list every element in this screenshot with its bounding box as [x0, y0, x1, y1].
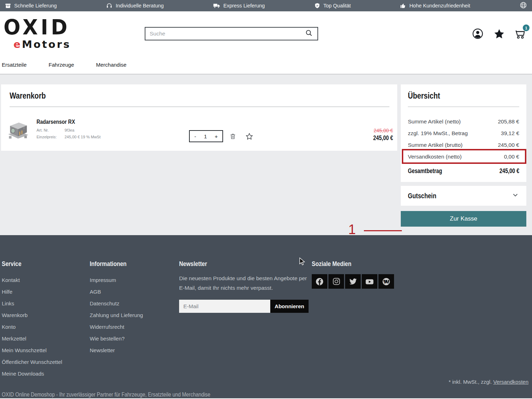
summary-row: Summe Artikel (netto)205,88 €: [408, 116, 519, 127]
usp-label: Schnelle Lieferung: [14, 3, 57, 9]
shop-logo[interactable]: OXID eMotors: [4, 16, 71, 50]
summary-panel: Übersicht Summe Artikel (netto)205,88 €z…: [401, 84, 526, 182]
cart-panel: Warenkorb: [1, 84, 397, 151]
usp-label: Individuelle Beratung: [116, 3, 164, 9]
newsletter-form: Abonnieren: [179, 300, 312, 313]
account-icon[interactable]: [472, 28, 484, 40]
cart-divider: [10, 106, 389, 107]
social-title: Soziale Medien: [312, 260, 351, 268]
usp-topbar: Schnelle LieferungIndividuelle BeratungE…: [0, 0, 532, 11]
search-icon[interactable]: [305, 29, 313, 39]
footer-link[interactable]: AGB: [90, 286, 179, 298]
chevron-down-icon: [511, 191, 519, 200]
summary-divider: [408, 106, 519, 107]
voucher-title: Gutschein: [408, 192, 436, 200]
summary-row-value: 39,12 €: [501, 130, 519, 137]
total-label: Gesamtbetrag: [408, 167, 442, 175]
footer-tagline: OXID Online Demoshop - Ihr zuverlässiger…: [2, 391, 256, 398]
footer-link[interactable]: Widerrufsrecht: [90, 321, 179, 333]
main-nav: ErsatzteileFahrzeugeMerchandise: [2, 62, 127, 68]
footer-link[interactable]: Merkzettel: [2, 333, 90, 344]
footer-link[interactable]: Warenkorb: [2, 309, 90, 321]
cart-item-row: Radarsensor RX Art. Nr. 9f3ea Einzelprei…: [6, 118, 393, 142]
footer: ServiceKontaktHilfeLinksWarenkorbKontoMe…: [0, 235, 532, 398]
summary-column: Übersicht Summe Artikel (netto)205,88 €z…: [401, 84, 526, 227]
quantity-increase-button[interactable]: +: [215, 133, 218, 139]
quantity-stepper: - 1 +: [189, 130, 223, 142]
shipping-costs-link[interactable]: Versandkosten: [493, 379, 528, 385]
footer-link[interactable]: Newsletter: [90, 344, 179, 356]
footer-link[interactable]: Kontakt: [2, 274, 90, 286]
product-details: Radarsensor RX Art. Nr. 9f3ea Einzelprei…: [37, 118, 189, 139]
mouse-cursor-icon: [299, 257, 307, 267]
newsletter-text: Die neuesten Produkte und die besten Ang…: [179, 273, 307, 293]
logo-text-oxid: OXID: [4, 16, 71, 39]
twitter-icon[interactable]: [345, 274, 361, 289]
headset-icon: [106, 2, 112, 9]
header-icons: 1: [472, 28, 526, 40]
package-icon: [5, 3, 11, 9]
summary-row-value: 205,88 €: [498, 118, 519, 125]
wordpress-icon[interactable]: W: [378, 274, 394, 289]
footer-link[interactable]: Zahlung und Lieferung: [90, 309, 179, 321]
cart-count-badge: 1: [523, 24, 530, 31]
cart-icon[interactable]: 1: [514, 28, 526, 40]
newsletter-email-input[interactable]: [179, 300, 270, 313]
item-old-price: 245,00 €: [369, 128, 393, 133]
summary-rows: Summe Artikel (netto)205,88 €zzgl. 19% M…: [408, 116, 519, 162]
usp-item-4: Hohe Kundenzufriedenheit: [400, 2, 470, 9]
youtube-icon[interactable]: [362, 274, 377, 289]
footer-link[interactable]: Öffentlicher Wunschzettel: [2, 356, 90, 368]
remove-item-trash-icon[interactable]: [229, 133, 236, 141]
usp-label: Hohe Kundenzufriedenheit: [409, 3, 470, 9]
footer-column-informationen: InformationenImpressumAGBDatenschutzZahl…: [90, 260, 179, 398]
header: OXID eMotors 1 ErsatzteileFahrzeugeMerch…: [0, 11, 532, 74]
shield-check-icon: [314, 2, 320, 9]
product-artnr: Art. Nr. 9f3ea: [37, 128, 189, 132]
product-title[interactable]: Radarsensor RX: [37, 118, 75, 126]
summary-row: Summe Artikel (brutto)245,00 €: [408, 139, 519, 151]
thumbs-up-icon: [400, 2, 406, 9]
product-unit-price: Einzelpreis: 245,00 € 19 % MwSt: [37, 135, 189, 139]
footer-link[interactable]: Datenschutz: [90, 298, 179, 309]
nav-item-ersatzteile[interactable]: Ersatzteile: [2, 62, 27, 68]
footer-link[interactable]: Impressum: [90, 274, 179, 286]
voucher-accordion[interactable]: Gutschein: [401, 186, 526, 206]
footer-link[interactable]: Konto: [2, 321, 90, 333]
summary-row: zzgl. 19% MwSt., Betrag39,12 €: [408, 127, 519, 139]
footer-link[interactable]: Wie bestellen?: [90, 333, 179, 344]
product-image[interactable]: [6, 118, 30, 141]
item-price: 245,00 €: [373, 134, 393, 142]
quantity-decrease-button[interactable]: -: [194, 133, 196, 139]
summary-title: Übersicht: [408, 91, 440, 101]
footer-link[interactable]: Meine Downloads: [2, 368, 90, 379]
quantity-value[interactable]: 1: [204, 133, 207, 139]
footer-link[interactable]: Hilfe: [2, 286, 90, 298]
newsletter-subscribe-button[interactable]: Abonnieren: [270, 300, 309, 313]
search-input[interactable]: [150, 31, 305, 37]
facebook-icon[interactable]: [312, 274, 327, 289]
nav-item-merchandise[interactable]: Merchandise: [96, 62, 127, 68]
truck-icon: [213, 3, 220, 9]
summary-row-value: 0,00 €: [504, 154, 519, 160]
nav-item-fahrzeuge[interactable]: Fahrzeuge: [49, 62, 74, 68]
main-content: Warenkorb: [0, 74, 532, 235]
cart-page: Schnelle LieferungIndividuelle BeratungE…: [0, 0, 532, 399]
footer-social: Soziale Medien W: [312, 260, 394, 398]
summary-row-label: Versandkosten (netto): [408, 154, 462, 160]
footer-column-title: Informationen: [90, 260, 127, 268]
add-to-wishlist-star-icon[interactable]: [245, 133, 253, 142]
footer-link[interactable]: Links: [2, 298, 90, 309]
logo-text-emotors: eMotors: [13, 38, 71, 50]
globe-icon[interactable]: [520, 1, 527, 10]
usp-item-3: Top Qualität: [314, 2, 351, 9]
cart-title: Warenkorb: [10, 91, 46, 101]
checkout-button[interactable]: Zur Kasse: [401, 211, 526, 227]
summary-row-label: Summe Artikel (netto): [408, 118, 461, 125]
tax-note: * inkl. MwSt., zzgl. Versandkosten: [449, 379, 528, 385]
footer-link[interactable]: Mein Wunschzettel: [2, 344, 90, 356]
usp-item-0: Schnelle Lieferung: [5, 3, 57, 9]
instagram-icon[interactable]: [328, 274, 344, 289]
summary-row-label: Summe Artikel (brutto): [408, 142, 462, 148]
wishlist-star-icon[interactable]: [493, 28, 505, 40]
